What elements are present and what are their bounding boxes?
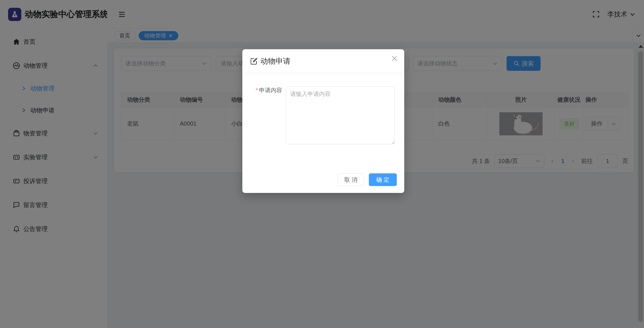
required-mark: * [256,87,258,93]
application-content-label: *申请内容 [250,86,282,94]
dialog-footer: 取 消 确 定 [338,173,397,186]
app-root: 动物实验中心管理系统 首页 动物管理 [0,0,644,328]
confirm-button[interactable]: 确 定 [369,173,397,186]
dialog-header: 动物申请 [242,49,404,73]
close-icon [391,55,398,62]
animal-application-dialog: 动物申请 *申请内容 取 消 确 定 [242,49,404,193]
cancel-button[interactable]: 取 消 [338,173,364,186]
application-content-textarea[interactable] [286,86,395,144]
dialog-body: *申请内容 [242,73,404,156]
field-label-text: 申请内容 [259,87,282,93]
edit-icon [250,57,258,65]
dialog-close-button[interactable] [390,54,399,63]
dialog-title: 动物申请 [260,56,290,66]
